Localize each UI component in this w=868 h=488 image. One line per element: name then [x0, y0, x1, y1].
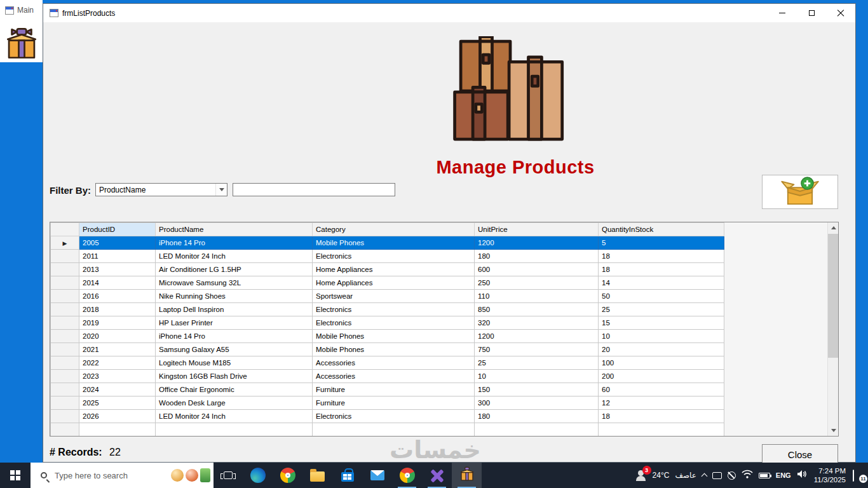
table-row[interactable]: ▶2005iPhone 14 ProMobile Phones12005	[51, 236, 724, 250]
grid-cell[interactable]: 2021	[79, 343, 156, 356]
taskbar-app-products-app[interactable]	[452, 463, 482, 488]
table-row[interactable]: 2022Logitech Mouse M185Accessories25100	[51, 356, 724, 370]
table-row[interactable]: 2020iPhone 14 ProMobile Phones120010	[51, 330, 724, 343]
grid-cell[interactable]: 180	[475, 250, 599, 263]
column-header-category[interactable]: Category	[313, 223, 475, 236]
scroll-up-button[interactable]	[828, 222, 839, 233]
grid-cell[interactable]: Microwave Samsung 32L	[156, 276, 313, 290]
taskbar-clock[interactable]: 7:24 PM 11/3/2025	[813, 466, 847, 484]
search-highlights[interactable]	[171, 463, 210, 488]
grid-cell[interactable]: 2020	[79, 330, 156, 343]
grid-cell[interactable]: Accessories	[313, 370, 475, 383]
display-tray-icon[interactable]	[712, 472, 722, 479]
weather-temperature[interactable]: 24°C	[653, 471, 670, 480]
people-tray-button[interactable]: 3	[635, 470, 647, 481]
grid-cell[interactable]: 2016	[79, 290, 156, 303]
taskbar-search[interactable]: Type here to search	[31, 463, 214, 488]
taskbar-app-store[interactable]	[332, 463, 362, 488]
grid-cell[interactable]: Electronics	[313, 250, 475, 263]
grid-cell[interactable]: 10	[475, 370, 599, 383]
row-selector[interactable]	[51, 396, 79, 410]
show-hidden-icons-chevron[interactable]	[701, 473, 707, 480]
grid-cell[interactable]: 750	[475, 343, 599, 356]
filter-field-dropdown[interactable]: ProductName	[95, 183, 227, 196]
dropdown-arrow-icon[interactable]	[215, 184, 227, 196]
scrollbar-thumb[interactable]	[828, 234, 839, 358]
grid-cell[interactable]: Wooden Desk Large	[156, 396, 313, 410]
taskbar-app-chrome[interactable]	[273, 463, 302, 488]
filter-value-input[interactable]	[233, 183, 395, 196]
row-selector[interactable]	[51, 383, 79, 396]
grid-cell[interactable]: Electronics	[313, 316, 475, 330]
column-header-unitprice[interactable]: UnitPrice	[475, 223, 599, 236]
grid-cell[interactable]: 12	[599, 396, 724, 410]
table-row[interactable]: 2019HP Laser PrinterElectronics32015	[51, 316, 724, 330]
grid-cell[interactable]: Home Appliances	[313, 276, 475, 290]
grid-cell[interactable]: 2025	[79, 396, 156, 410]
row-selector[interactable]: ▶	[51, 236, 79, 250]
table-row[interactable]: 2016Nike Running ShoesSportswear11050	[51, 290, 724, 303]
start-button[interactable]	[0, 463, 31, 488]
row-selector[interactable]	[51, 370, 79, 383]
vertical-scrollbar[interactable]	[827, 222, 838, 436]
grid-cell[interactable]: 1200	[475, 236, 599, 250]
grid-cell[interactable]: 2023	[79, 370, 156, 383]
grid-cell[interactable]: Furniture	[313, 396, 475, 410]
column-header-productid[interactable]: ProductID	[79, 223, 156, 236]
grid-cell[interactable]: 50	[599, 290, 724, 303]
grid-cell[interactable]: 5	[599, 236, 724, 250]
row-selector[interactable]	[51, 330, 79, 343]
action-center-button[interactable]: 11	[853, 470, 864, 480]
grid-cell[interactable]: 150	[475, 383, 599, 396]
grid-cell[interactable]: 25	[599, 303, 724, 316]
grid-cell[interactable]: Electronics	[313, 410, 475, 423]
grid-cell[interactable]: Mobile Phones	[313, 236, 475, 250]
grid-cell[interactable]: 2019	[79, 316, 156, 330]
task-view-button[interactable]	[214, 463, 243, 488]
grid-cell[interactable]: 18	[599, 410, 724, 423]
grid-cell[interactable]: 100	[599, 356, 724, 370]
battery-icon[interactable]	[759, 473, 770, 478]
taskbar-app-visual-studio[interactable]	[422, 463, 452, 488]
grid-cell[interactable]: Office Chair Ergonomic	[156, 383, 313, 396]
grid-cell[interactable]: 20	[599, 343, 724, 356]
grid-cell[interactable]: Laptop Dell Inspiron	[156, 303, 313, 316]
grid-cell[interactable]: 850	[475, 303, 599, 316]
taskbar-app-explorer[interactable]	[302, 463, 332, 488]
close-window-button[interactable]	[826, 4, 855, 22]
row-selector[interactable]	[51, 276, 79, 290]
grid-cell[interactable]: iPhone 14 Pro	[156, 330, 313, 343]
grid-cell[interactable]: LED Monitor 24 Inch	[156, 410, 313, 423]
grid-cell[interactable]: 2018	[79, 303, 156, 316]
grid-cell[interactable]: 2011	[79, 250, 156, 263]
table-row[interactable]: 2025Wooden Desk LargeFurniture30012	[51, 396, 724, 410]
row-selector[interactable]	[51, 290, 79, 303]
row-selector[interactable]	[51, 250, 79, 263]
table-row[interactable]: 2011LED Monitor 24 InchElectronics18018	[51, 250, 724, 263]
grid-cell[interactable]: 2024	[79, 383, 156, 396]
grid-cell[interactable]: 200	[599, 370, 724, 383]
grid-cell[interactable]: Home Appliances	[313, 263, 475, 276]
grid-cell[interactable]: 10	[599, 330, 724, 343]
wifi-icon[interactable]	[742, 470, 753, 481]
grid-cell[interactable]: Sportswear	[313, 290, 475, 303]
speaker-icon[interactable]	[797, 470, 807, 481]
table-row[interactable]: 2014Microwave Samsung 32LHome Appliances…	[51, 276, 724, 290]
grid-cell[interactable]: 180	[475, 410, 599, 423]
grid-cell[interactable]: 600	[475, 263, 599, 276]
grid-cell[interactable]: 2022	[79, 356, 156, 370]
grid-cell[interactable]: Electronics	[313, 303, 475, 316]
minimize-button[interactable]	[768, 4, 797, 22]
grid-cell[interactable]: Air Conditioner LG 1.5HP	[156, 263, 313, 276]
location-off-icon[interactable]	[728, 471, 736, 480]
grid-cell[interactable]: Mobile Phones	[313, 330, 475, 343]
grid-cell[interactable]: 250	[475, 276, 599, 290]
column-header-quantityinstock[interactable]: QuantityInStock	[599, 223, 724, 236]
grid-cell[interactable]: 25	[475, 356, 599, 370]
grid-cell[interactable]: 320	[475, 316, 599, 330]
grid-cell[interactable]: Samsung Galaxy A55	[156, 343, 313, 356]
row-selector[interactable]	[51, 316, 79, 330]
grid-cell[interactable]: 2013	[79, 263, 156, 276]
grid-cell[interactable]: Mobile Phones	[313, 343, 475, 356]
row-selector[interactable]	[51, 356, 79, 370]
